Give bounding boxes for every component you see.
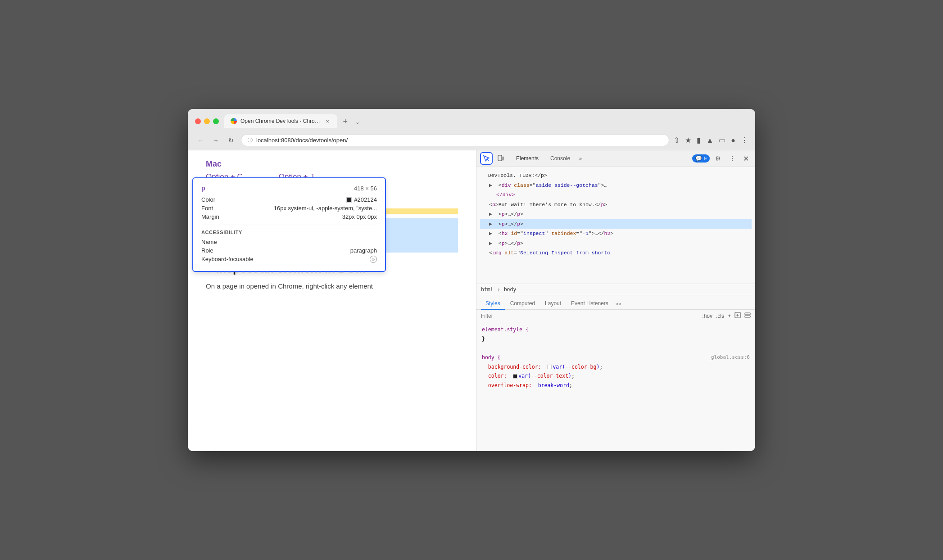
css-selector-element: element.style { — [482, 326, 529, 333]
filter-actions: :hov .cls + — [702, 312, 751, 320]
styles-tab-layout[interactable]: Layout — [540, 298, 566, 310]
dom-line: <p>But wait! There's more to know.</p> — [480, 200, 752, 210]
dom-line: DevTools. TLDR:</p> — [480, 171, 752, 181]
dom-line: ▶ <p>…</p> — [480, 239, 752, 248]
styles-tab-event-listeners[interactable]: Event Listeners — [567, 298, 613, 310]
devtools-console-badge[interactable]: 💬 9 — [692, 154, 710, 163]
tooltip-font-value: 16px system-ui, -apple-system, "syste... — [274, 205, 377, 212]
profile-icon[interactable]: ● — [731, 136, 735, 145]
css-swatch-bg[interactable] — [547, 365, 552, 369]
dom-line-selected[interactable]: ▶ <p>…</p> — [480, 219, 752, 229]
breadcrumb-separator: › — [497, 286, 500, 293]
svg-rect-4 — [745, 313, 750, 315]
body-text: On a page in opened in Chrome, right-cli… — [206, 281, 458, 292]
tooltip-font-row: Font 16px system-ui, -apple-system, "sys… — [201, 205, 377, 212]
dom-line: ▶ <h2 id="inspect" tabindex="-1">…</h2> — [480, 229, 752, 239]
devtools-tab-elements[interactable]: Elements — [511, 153, 544, 164]
devtools-actions: ⚙ ⋮ ✕ — [712, 152, 752, 165]
url-text: localhost:8080/docs/devtools/open/ — [256, 137, 348, 144]
css-property-color: color: var(--color-text); — [482, 373, 575, 379]
menu-icon[interactable]: ⋮ — [741, 136, 748, 145]
css-selector-body: body { — [482, 354, 501, 361]
back-button[interactable]: ← — [195, 135, 206, 146]
filter-cls[interactable]: .cls — [716, 313, 724, 319]
chat-icon: 💬 — [695, 155, 702, 162]
devtools-tab-more[interactable]: » — [576, 154, 585, 163]
reload-button[interactable]: ↻ — [226, 135, 236, 146]
dom-tree[interactable]: DevTools. TLDR:</p> ▶ <div class="aside … — [476, 167, 755, 284]
tooltip-margin-value: 32px 0px 0px — [342, 213, 377, 220]
devtools-more-button[interactable]: ⋮ — [726, 152, 739, 165]
svg-rect-1 — [498, 155, 502, 161]
forward-button[interactable]: → — [210, 135, 221, 146]
tooltip-margin-row: Margin 32px 0px 0px — [201, 213, 377, 220]
browser-tab-active[interactable]: Open Chrome DevTools - Chro… ✕ — [224, 114, 337, 128]
devtools-close-button[interactable]: ✕ — [740, 154, 752, 164]
new-tab-button[interactable]: + — [339, 115, 352, 128]
dom-line: <img alt="Selecting Inspect from shortc — [480, 248, 752, 258]
tooltip-color-row: Color #202124 — [201, 196, 377, 203]
badge-count: 9 — [704, 156, 707, 161]
svg-rect-2 — [503, 157, 503, 160]
tooltip-color-label: Color — [201, 196, 215, 203]
device-mode-button[interactable] — [494, 152, 507, 165]
browser-window: Open Chrome DevTools - Chro… ✕ + ⌄ ← → ↻… — [188, 109, 755, 451]
css-rule-close: } — [482, 336, 485, 342]
minimize-window-button[interactable] — [204, 118, 210, 124]
devtools-tabs: Elements Console » — [511, 153, 690, 164]
tab-close-button[interactable]: ✕ — [324, 117, 331, 125]
title-bar: Open Chrome DevTools - Chro… ✕ + ⌄ — [188, 109, 755, 131]
filter-toggle-icon[interactable] — [744, 312, 751, 320]
filter-hov[interactable]: :hov — [702, 313, 712, 319]
dom-line: ▶ <div class="aside aside--gotchas">… — [480, 181, 752, 190]
close-window-button[interactable] — [195, 118, 201, 124]
tooltip-keyboard-label: Keyboard-focusable — [201, 256, 254, 263]
css-property-overflow: overflow-wrap: break-word; — [482, 382, 572, 388]
extension-icon[interactable]: ▮ — [697, 136, 701, 145]
breadcrumb-body[interactable]: body — [504, 286, 517, 293]
filter-style-icon[interactable] — [734, 312, 741, 320]
filter-add-icon[interactable]: + — [728, 313, 731, 319]
styles-filter-input[interactable] — [481, 313, 699, 319]
css-rule-element-style: element.style { } — [482, 325, 750, 343]
secure-icon: ⓘ — [248, 137, 253, 144]
traffic-lights — [195, 118, 219, 124]
dom-breadcrumb: html › body — [476, 284, 755, 295]
mac-label: Mac — [206, 159, 458, 169]
styles-panel: Styles Computed Layout Event Listeners >… — [476, 295, 755, 451]
css-swatch-color[interactable] — [513, 374, 517, 379]
tooltip-role-row: Role paragraph — [201, 247, 377, 254]
tooltip-role-label: Role — [201, 247, 213, 254]
devtools-settings-button[interactable]: ⚙ — [712, 152, 724, 165]
devtools-toolbar: Elements Console » 💬 9 ⚙ ⋮ ✕ — [476, 150, 755, 167]
address-actions: ⇧ ★ ▮ ▲ ▭ ● ⋮ — [674, 136, 748, 145]
devtools-tab-console[interactable]: Console — [545, 153, 576, 164]
tooltip-divider — [201, 225, 377, 225]
address-bar: ← → ↻ ⓘ localhost:8080/docs/devtools/ope… — [188, 131, 755, 150]
maximize-window-button[interactable] — [213, 118, 219, 124]
tooltip-tag: p — [201, 185, 205, 192]
breadcrumb-html[interactable]: html — [481, 286, 494, 293]
inspector-mode-button[interactable] — [480, 152, 493, 165]
styles-tab-more[interactable]: >> — [616, 301, 621, 307]
styles-tab-computed[interactable]: Computed — [506, 298, 540, 310]
tab-dropdown-icon[interactable]: ⌄ — [355, 119, 360, 125]
tooltip-margin-label: Margin — [201, 213, 219, 220]
styles-filter-row: :hov .cls + — [476, 310, 755, 322]
sidebar-icon[interactable]: ▭ — [719, 136, 725, 145]
tooltip-keyboard-value: ⊘ — [370, 256, 377, 263]
bookmark-icon[interactable]: ★ — [685, 136, 691, 145]
cast-icon[interactable]: ▲ — [706, 136, 713, 145]
page-content: Mac Option + C Option + J p 418 × 56 Col… — [188, 150, 476, 451]
styles-tab-styles[interactable]: Styles — [481, 298, 505, 310]
tooltip-color-value: #202124 — [346, 196, 377, 203]
tooltip-header: p 418 × 56 — [201, 185, 377, 192]
share-icon[interactable]: ⇧ — [674, 136, 680, 145]
color-swatch — [346, 197, 352, 203]
element-tooltip: p 418 × 56 Color #202124 Font 16px syste… — [192, 177, 386, 272]
url-bar[interactable]: ⓘ localhost:8080/docs/devtools/open/ — [241, 134, 669, 146]
css-rule-body: body { _global.scss:6 background-color: … — [482, 353, 750, 390]
tooltip-font-label: Font — [201, 205, 213, 212]
tooltip-name-label: Name — [201, 239, 217, 245]
svg-rect-5 — [745, 316, 750, 317]
